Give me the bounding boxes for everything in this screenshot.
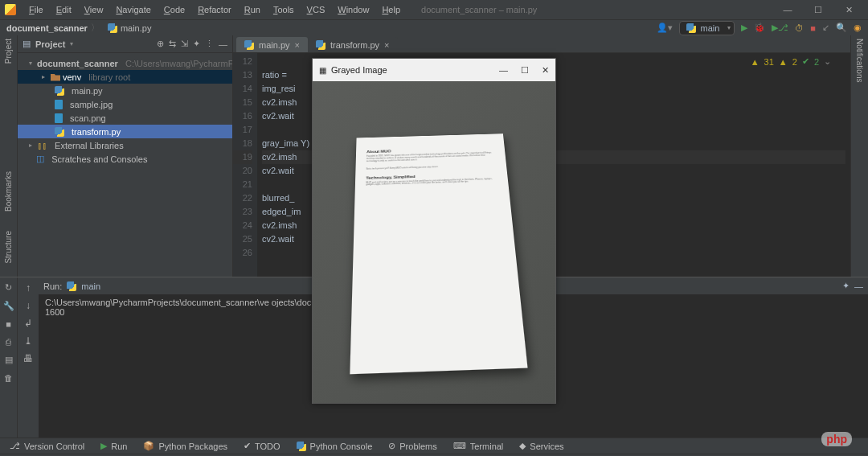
stop-icon[interactable]: ■ (6, 319, 11, 329)
soft-wrap-icon[interactable]: ↲ (24, 318, 32, 329)
run-config-label: main (81, 281, 100, 291)
close-tab-icon[interactable]: × (384, 40, 389, 50)
tab-python-packages[interactable]: 📦Python Packages (137, 439, 234, 453)
tab-run[interactable]: ▶Run (94, 439, 133, 453)
down-icon[interactable]: ↓ (26, 300, 31, 311)
run-secondary-toolbar: ↑ ↓ ↲ ⤓ 🖶 (18, 277, 39, 438)
project-tool-tab[interactable]: Project (4, 39, 13, 64)
error-icon[interactable]: ▲ (751, 57, 760, 67)
git-update-icon[interactable]: ↙ (822, 23, 829, 33)
menu-navigate[interactable]: Navigate (111, 2, 155, 17)
inspection-bar[interactable]: ▲31 ▲2 ✔2 ⌄ (751, 56, 831, 67)
project-tree[interactable]: ▾ document_scanner C:\Users\mwang\Pychar… (18, 53, 232, 169)
profile-icon[interactable]: ⏱ (795, 23, 804, 33)
stop-button-icon[interactable]: ■ (810, 23, 816, 33)
scroll-end-icon[interactable]: ⤓ (24, 335, 32, 347)
popup-titlebar[interactable]: ▦ Grayed Image — ☐ ✕ (313, 59, 555, 81)
bookmarks-tool-tab[interactable]: Bookmarks (4, 171, 13, 212)
tab-todo[interactable]: ✔TODO (237, 439, 287, 453)
main-menu[interactable]: File Edit View Navigate Code Refactor Ru… (24, 2, 405, 17)
show-settings-icon[interactable]: 🔧 (3, 301, 14, 311)
breadcrumb-file[interactable]: main.py (108, 23, 152, 33)
popup-app-icon: ▦ (319, 66, 326, 75)
php-watermark: php (821, 432, 852, 446)
tab-services[interactable]: ◆Services (513, 439, 570, 453)
menu-view[interactable]: View (80, 2, 108, 17)
chevron-right-icon[interactable]: ▸ (42, 73, 48, 80)
print-icon[interactable]: 🖶 (23, 353, 33, 364)
tab-python-console[interactable]: Python Console (290, 440, 379, 453)
menu-help[interactable]: Help (377, 2, 405, 17)
select-opened-file-icon[interactable]: ⊕ (157, 39, 164, 49)
window-title-text: document_scanner – main.py (421, 5, 537, 14)
window-controls: — ☐ ✕ (773, 2, 863, 18)
tree-file-sample[interactable]: sample.jpg (18, 97, 232, 111)
navigation-bar: document_scanner 〉 main.py 👤▾ main ▶ 🐞 ▶… (0, 19, 868, 35)
breadcrumb-project[interactable]: document_scanner (6, 23, 88, 33)
dump-threads-icon[interactable]: ⎙ (6, 337, 11, 347)
maximize-button[interactable]: ☐ (804, 2, 833, 18)
popup-maximize-button[interactable]: ☐ (521, 65, 529, 76)
panel-settings-icon[interactable]: ✦ (193, 39, 200, 49)
tree-file-transform[interactable]: transform.py (18, 125, 232, 138)
expand-all-icon[interactable]: ⇆ (169, 39, 176, 49)
run-config-selector[interactable]: main (679, 21, 735, 35)
run-button-icon[interactable]: ▶ (741, 23, 747, 33)
popup-minimize-button[interactable]: — (499, 65, 508, 76)
tab-version-control[interactable]: ⎇Version Control (3, 439, 91, 453)
structure-tool-tab[interactable]: Structure (4, 231, 13, 264)
panel-options-icon[interactable]: ⋮ (205, 39, 214, 49)
up-icon[interactable]: ↑ (26, 282, 31, 294)
menu-vcs[interactable]: VCS (302, 2, 330, 17)
python-file-icon (55, 127, 64, 137)
tab-problems[interactable]: ⊘Problems (382, 439, 443, 453)
menu-refactor[interactable]: Refactor (193, 2, 236, 17)
pin-icon[interactable]: 🗑 (4, 373, 13, 383)
run-coverage-icon[interactable]: ▶⎇ (772, 23, 788, 33)
tree-file-scan[interactable]: scan.png (18, 111, 232, 125)
menu-edit[interactable]: Edit (51, 2, 76, 17)
chevron-right-icon[interactable]: ▸ (29, 142, 35, 149)
close-tab-icon[interactable]: × (295, 40, 300, 50)
ide-settings-bulb-icon[interactable]: ◉ (854, 23, 862, 33)
ok-icon[interactable]: ✔ (802, 56, 809, 67)
debug-button-icon[interactable]: 🐞 (754, 23, 765, 33)
layout-icon[interactable]: ▤ (5, 355, 13, 365)
python-icon (67, 281, 76, 291)
popup-close-button[interactable]: ✕ (542, 65, 549, 76)
python-file-icon (108, 23, 117, 33)
hide-panel-icon[interactable]: — (219, 39, 227, 49)
tab-terminal[interactable]: ⌨Terminal (447, 439, 510, 453)
tree-venv[interactable]: ▸ venv library root (18, 70, 232, 84)
minimize-button[interactable]: — (773, 2, 802, 18)
add-user-icon[interactable]: 👤▾ (657, 23, 673, 33)
chevron-down-icon[interactable]: ▾ (29, 60, 32, 67)
chevron-down-icon[interactable]: ⌄ (824, 56, 831, 67)
tree-external-libraries[interactable]: ▸⫿⫿ External Libraries (18, 138, 232, 152)
collapse-all-icon[interactable]: ⇲ (181, 39, 188, 49)
grayed-image-window[interactable]: ▦ Grayed Image — ☐ ✕ About MUO Founded i… (312, 58, 556, 404)
warning-icon[interactable]: ▲ (779, 57, 788, 67)
menu-code[interactable]: Code (159, 2, 190, 17)
dropdown-icon[interactable]: ▾ (70, 40, 73, 47)
hide-panel-icon[interactable]: — (854, 281, 863, 291)
tree-root[interactable]: ▾ document_scanner C:\Users\mwang\Pychar… (18, 56, 232, 70)
notifications-tool-tab[interactable]: Notifications (855, 39, 864, 82)
menu-file[interactable]: File (24, 2, 48, 17)
popup-image-content: About MUO Founded in 2007, MUO has grown… (313, 81, 555, 403)
menu-window[interactable]: Window (333, 2, 374, 17)
close-button[interactable]: ✕ (834, 2, 863, 18)
panel-settings-icon[interactable]: ✦ (842, 281, 850, 291)
menu-tools[interactable]: Tools (268, 2, 299, 17)
editor-tab-main[interactable]: main.py × (236, 37, 308, 52)
rerun-icon[interactable]: ↻ (5, 282, 12, 293)
left-tool-strip: Project Bookmarks Structure (0, 35, 18, 277)
editor-tab-transform[interactable]: transform.py × (308, 37, 398, 52)
editor-gutter: 121314151617181920212223242526 (233, 53, 257, 277)
tree-file-main[interactable]: main.py (18, 84, 232, 97)
menu-run[interactable]: Run (240, 2, 265, 17)
tree-scratches[interactable]: ◫ Scratches and Consoles (18, 152, 232, 166)
image-file-icon (55, 113, 63, 123)
search-everywhere-icon[interactable]: 🔍 (836, 23, 847, 33)
project-panel-title[interactable]: Project (35, 39, 65, 49)
